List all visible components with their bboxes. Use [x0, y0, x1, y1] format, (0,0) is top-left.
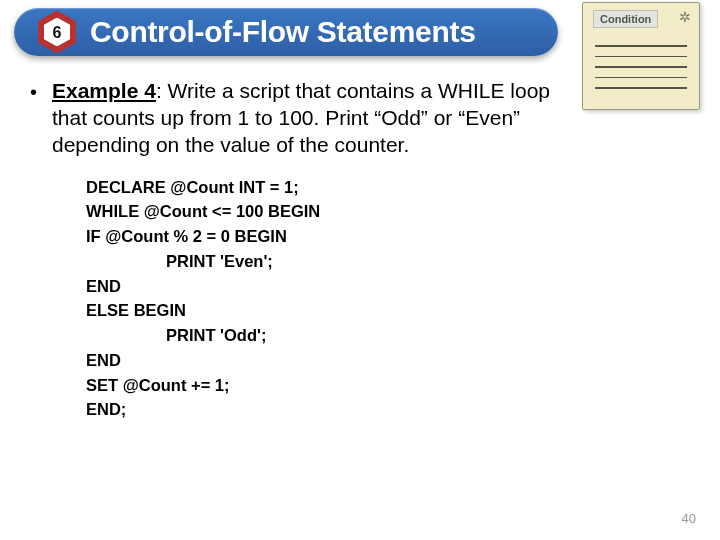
code-line: END: [86, 274, 696, 299]
code-line: PRINT 'Odd';: [86, 323, 696, 348]
example-line-1: : Write a script that contains a WHILE l…: [156, 79, 550, 102]
code-line: END;: [86, 397, 696, 422]
example-label: Example 4: [52, 79, 156, 102]
note-line: [595, 66, 687, 68]
content-area: • Example 4: Write a script that contain…: [24, 78, 696, 422]
example-line-2: that counts up from 1 to 100. Print “Odd…: [52, 106, 520, 129]
title-bar: 6 Control-of-Flow Statements: [14, 8, 558, 56]
chapter-hexagon: 6: [38, 11, 76, 54]
note-line: [595, 45, 687, 47]
bullet-icon: •: [30, 80, 37, 106]
note-line: [595, 56, 687, 58]
slide-title: Control-of-Flow Statements: [90, 15, 476, 49]
code-line: SET @Count += 1;: [86, 373, 696, 398]
code-line: DECLARE @Count INT = 1;: [86, 175, 696, 200]
code-line: END: [86, 348, 696, 373]
example-line-3: depending on the value of the counter.: [52, 133, 409, 156]
gear-icon: ✲: [679, 9, 691, 25]
code-line: ELSE BEGIN: [86, 298, 696, 323]
example-text: • Example 4: Write a script that contain…: [24, 78, 696, 159]
page-number: 40: [682, 511, 696, 526]
code-line: IF @Count % 2 = 0 BEGIN: [86, 224, 696, 249]
chapter-number: 6: [44, 18, 70, 47]
code-line: WHILE @Count <= 100 BEGIN: [86, 199, 696, 224]
note-label: Condition: [593, 10, 658, 28]
code-block: DECLARE @Count INT = 1; WHILE @Count <= …: [86, 175, 696, 423]
code-line: PRINT 'Even';: [86, 249, 696, 274]
